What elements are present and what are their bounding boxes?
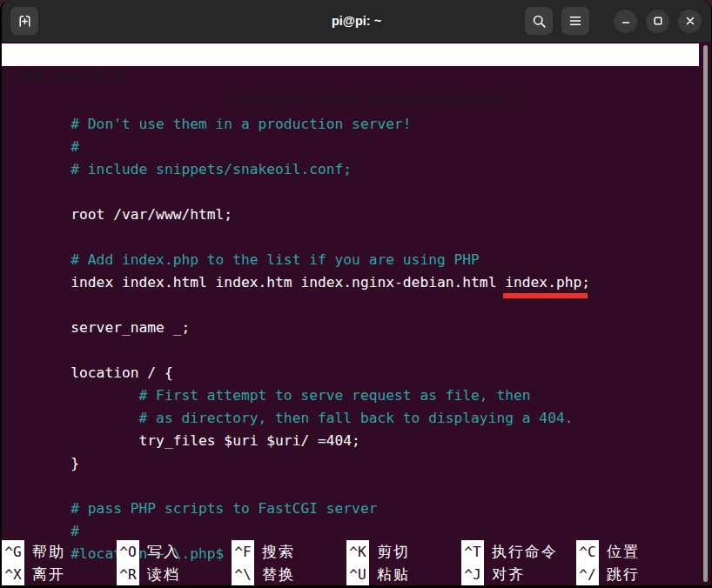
shortcut-key: ^\ bbox=[232, 563, 254, 585]
shortcut-key: ^J bbox=[461, 563, 484, 585]
scrollbar[interactable] bbox=[703, 45, 708, 582]
code-segment: # First attempt to serve request as file… bbox=[3, 387, 531, 404]
code-segment: # pass PHP scripts to FastCGI server bbox=[3, 500, 377, 517]
code-segment: ; bbox=[581, 274, 590, 291]
editor-line: # bbox=[3, 136, 702, 158]
code-segment: location / { bbox=[3, 364, 173, 381]
editor-line bbox=[3, 226, 702, 249]
shortcut-label: 搜索 bbox=[262, 542, 295, 562]
editor-lines: # Don't use them in a production server!… bbox=[3, 113, 702, 565]
shortcut-item: ^O写入 bbox=[117, 540, 232, 563]
shortcut-item: ^C位置 bbox=[576, 540, 691, 563]
shortcut-item: ^J对齐 bbox=[461, 563, 576, 585]
minimize-button[interactable] bbox=[614, 10, 637, 33]
editor-line: # First attempt to serve request as file… bbox=[3, 384, 702, 407]
shortcut-key: ^/ bbox=[576, 563, 599, 585]
shortcut-label: 离开 bbox=[32, 565, 65, 585]
menu-button[interactable] bbox=[561, 7, 589, 35]
editor-line: root /var/www/html; bbox=[3, 204, 702, 226]
editor-line: index index.html index.htm index.nginx-d… bbox=[3, 271, 702, 294]
code-segment: server_name _; bbox=[3, 319, 190, 336]
editor-line bbox=[3, 294, 702, 317]
tab-plus-icon bbox=[17, 14, 32, 29]
shortcut-key: ^X bbox=[2, 563, 24, 585]
editor-line: # include snippets/snakeoil.conf; bbox=[3, 158, 702, 181]
close-icon bbox=[684, 15, 696, 27]
code-segment: try_files $uri $uri/ =404; bbox=[3, 432, 360, 449]
search-button[interactable] bbox=[525, 7, 553, 35]
shortcut-key: ^K bbox=[346, 540, 369, 563]
shortcut-label: 剪切 bbox=[377, 542, 410, 562]
shortcut-key: ^G bbox=[2, 540, 24, 563]
shortcut-item: ^R读档 bbox=[117, 563, 232, 585]
shortcut-label: 替换 bbox=[262, 565, 295, 585]
editor-line: # as directory, then fall back to displa… bbox=[3, 407, 702, 430]
code-segment: root /var/www/html; bbox=[3, 206, 232, 223]
shortcut-key: ^T bbox=[461, 540, 484, 563]
search-icon bbox=[532, 14, 547, 29]
editor-line bbox=[3, 339, 702, 362]
window-title: pi@pi: ~ bbox=[332, 0, 381, 42]
shortcut-item: ^K剪切 bbox=[346, 540, 461, 563]
editor-line: # Add index.php to the list if you are u… bbox=[3, 249, 702, 271]
nano-statusbar: GNU nano 8.3 /etc/nginx/sites-available/… bbox=[2, 43, 699, 66]
shortcut-key: ^O bbox=[117, 540, 139, 563]
editor-line bbox=[3, 475, 702, 498]
shortcut-label: 跳行 bbox=[607, 565, 640, 585]
editor-line bbox=[3, 181, 702, 204]
maximize-button[interactable] bbox=[646, 10, 669, 33]
code-segment: } bbox=[3, 455, 79, 471]
terminal-window: pi@pi: ~ bbox=[0, 0, 712, 588]
shortcut-item: ^G帮助 bbox=[2, 540, 117, 563]
shortcut-item: ^/跳行 bbox=[576, 563, 691, 585]
editor-line: try_files $uri $uri/ =404; bbox=[3, 430, 702, 452]
shortcut-label: 执行命令 bbox=[492, 542, 558, 562]
editor-area[interactable]: # Don't use them in a production server!… bbox=[3, 68, 702, 588]
hamburger-menu-icon bbox=[568, 14, 582, 28]
shortcut-bar: ^G帮助^X离开^O写入^R读档^F搜索^\替换^K剪切^U粘贴^T执行命令^J… bbox=[2, 540, 711, 585]
code-segment: # Don't use them in a production server! bbox=[3, 116, 412, 132]
shortcut-label: 读档 bbox=[147, 565, 180, 585]
editor-line: location / { bbox=[3, 362, 702, 384]
code-segment: # bbox=[3, 138, 79, 155]
editor-line: } bbox=[3, 452, 702, 475]
code-segment: # Add index.php to the list if you are u… bbox=[3, 251, 480, 268]
shortcut-item: ^T执行命令 bbox=[461, 540, 576, 563]
code-segment: # bbox=[3, 523, 79, 539]
shortcut-label: 位置 bbox=[607, 542, 640, 562]
editor-line: # pass PHP scripts to FastCGI server bbox=[3, 498, 702, 520]
code-segment: # as directory, then fall back to displa… bbox=[3, 410, 573, 426]
shortcut-item: ^F搜索 bbox=[232, 540, 346, 563]
shortcut-key: ^U bbox=[346, 563, 369, 585]
shortcut-label: 帮助 bbox=[32, 542, 65, 562]
editor-line: # Don't use them in a production server! bbox=[3, 113, 702, 136]
shortcut-item: ^\替换 bbox=[232, 563, 346, 585]
shortcut-item: ^U粘贴 bbox=[346, 563, 461, 585]
shortcut-key: ^C bbox=[576, 540, 599, 563]
shortcut-label: 粘贴 bbox=[377, 565, 410, 585]
red-underline-annotation: index.php bbox=[505, 271, 581, 294]
code-segment: # include snippets/snakeoil.conf; bbox=[3, 161, 352, 177]
editor-line: server_name _; bbox=[3, 317, 702, 339]
maximize-icon bbox=[652, 15, 664, 27]
close-button[interactable] bbox=[678, 10, 702, 33]
shortcut-key: ^R bbox=[117, 563, 139, 585]
new-tab-button[interactable] bbox=[10, 7, 38, 35]
code-segment: index index.html index.htm index.nginx-d… bbox=[3, 274, 505, 291]
shortcut-item: ^X离开 bbox=[2, 563, 117, 585]
shortcut-label: 写入 bbox=[147, 542, 180, 562]
shortcut-label: 对齐 bbox=[492, 565, 525, 585]
titlebar: pi@pi: ~ bbox=[2, 0, 711, 42]
minimize-icon bbox=[620, 15, 632, 27]
shortcut-key: ^F bbox=[232, 540, 254, 563]
